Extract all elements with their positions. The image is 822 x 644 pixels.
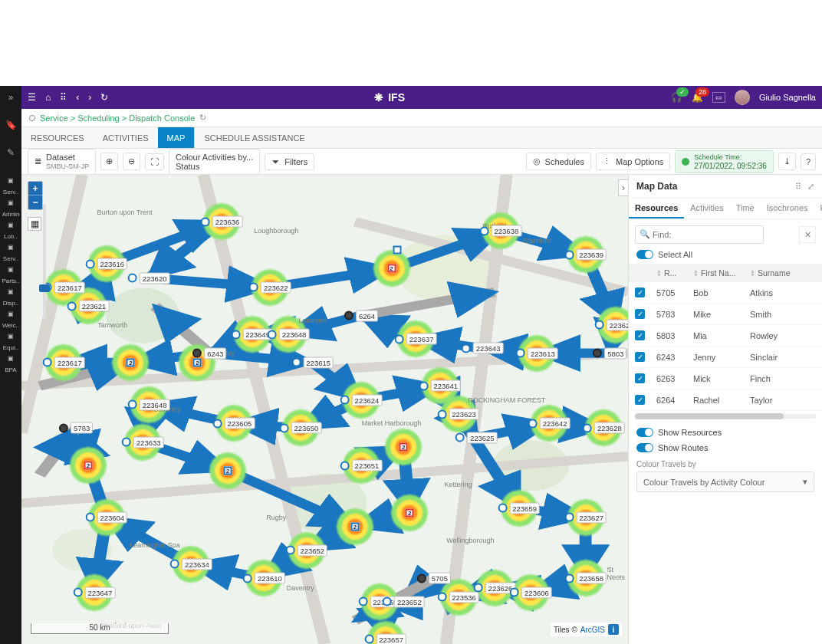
- rail-item-disp[interactable]: ▣Disp..: [2, 284, 19, 307]
- zoom-slider[interactable]: [43, 204, 46, 319]
- refresh-icon[interactable]: ↻: [100, 92, 108, 103]
- rail-item-welc[interactable]: ▣Welc..: [2, 307, 19, 329]
- notifications-icon[interactable]: 🔔28: [692, 92, 703, 103]
- activity-marker[interactable]: 223627: [564, 511, 607, 523]
- activity-marker[interactable]: 223659: [498, 502, 540, 514]
- resource-marker[interactable]: 5783: [59, 422, 93, 434]
- menu-icon[interactable]: ☰: [28, 92, 36, 103]
- panel-layout-icon[interactable]: ⠿: [795, 182, 801, 192]
- activity-marker[interactable]: 223615: [291, 356, 334, 368]
- table-row[interactable]: ✓ 5803 Mia Rowley: [629, 325, 822, 347]
- tab-map[interactable]: MAP: [158, 127, 195, 148]
- tab-activities[interactable]: ACTIVITIES: [94, 127, 158, 148]
- activity-marker[interactable]: 223636: [201, 216, 243, 228]
- activity-marker[interactable]: 223657: [364, 633, 406, 644]
- activity-marker[interactable]: 223638: [480, 225, 522, 237]
- rail-item-parts[interactable]: ▣Parts..: [2, 262, 19, 284]
- resource-marker[interactable]: 6264: [344, 310, 378, 321]
- activity-marker[interactable]: 223650: [280, 422, 322, 434]
- activity-marker[interactable]: 223629: [595, 319, 629, 330]
- tab-resources[interactable]: RESOURCES: [21, 127, 94, 148]
- avatar[interactable]: [735, 90, 750, 105]
- colour-activities-selector[interactable]: Colour Activities by... Status: [169, 149, 260, 175]
- activity-marker[interactable]: [393, 245, 402, 254]
- row-check-icon[interactable]: ✓: [635, 352, 645, 362]
- activity-marker[interactable]: 223624: [340, 394, 383, 406]
- activity-marker[interactable]: 223628: [583, 422, 625, 434]
- zoom-in-icon[interactable]: +: [28, 182, 42, 196]
- activity-marker[interactable]: 223652: [285, 544, 327, 556]
- filters-button[interactable]: ⏷ Filters: [265, 153, 314, 170]
- table-row[interactable]: ✓ 5705 Bob Atkins: [629, 282, 822, 304]
- subtab-isochrones[interactable]: Isochrones: [761, 199, 814, 219]
- activity-marker[interactable]: 223610: [243, 573, 285, 584]
- map-canvas[interactable]: 2236162236362236382236392236172236212236…: [21, 175, 629, 644]
- activity-marker[interactable]: 223622: [249, 281, 291, 293]
- dataset-selector[interactable]: ≣ Dataset SMBU-SM-JP: [28, 149, 96, 175]
- activity-marker[interactable]: 2: [351, 523, 360, 531]
- activity-marker[interactable]: 223613: [516, 347, 558, 359]
- tab-schedule-assistance[interactable]: SCHEDULE ASSISTANCE: [194, 127, 314, 148]
- col-first-name[interactable]: First Na...: [701, 268, 736, 278]
- subtab-heatmap[interactable]: Heatmap: [814, 199, 822, 219]
- activity-marker[interactable]: 223641: [419, 380, 461, 392]
- activity-marker[interactable]: 223606: [510, 586, 552, 598]
- activity-marker[interactable]: 223634: [170, 558, 212, 570]
- activity-marker[interactable]: 2: [84, 462, 93, 470]
- row-check-icon[interactable]: ✓: [635, 330, 645, 340]
- activity-marker[interactable]: 223652: [383, 596, 425, 607]
- breadcrumb-root-icon[interactable]: [29, 115, 35, 121]
- export-icon[interactable]: ⤓: [778, 153, 796, 170]
- activity-marker[interactable]: 223643: [462, 343, 504, 354]
- panel-expand-icon[interactable]: ⤢: [807, 182, 814, 192]
- find-input[interactable]: [635, 225, 764, 244]
- presentation-icon[interactable]: ▭: [712, 92, 725, 103]
- activity-marker[interactable]: 223647: [74, 586, 116, 598]
- zoom-out-tool-icon[interactable]: ⊖: [123, 153, 140, 170]
- activity-marker[interactable]: 223639: [564, 249, 607, 261]
- grid-horizontal-scroll[interactable]: [635, 414, 816, 419]
- col-resource-id[interactable]: R...: [664, 268, 676, 278]
- rail-item-equi[interactable]: ▣Equi..: [2, 329, 19, 351]
- forward-icon[interactable]: ›: [88, 92, 91, 103]
- activity-marker[interactable]: 2: [387, 264, 396, 273]
- rail-item-lob[interactable]: ▣Lob..: [2, 218, 19, 240]
- show-routes-toggle[interactable]: [636, 443, 653, 452]
- panel-collapse-icon[interactable]: ›: [618, 179, 629, 196]
- activity-marker[interactable]: 223623: [437, 409, 479, 420]
- subtab-resources[interactable]: Resources: [629, 199, 684, 219]
- crumb-0[interactable]: Service: [40, 113, 68, 123]
- table-row[interactable]: ✓ 5783 Mike Smith: [629, 304, 822, 325]
- crumb-1[interactable]: > Scheduling: [68, 113, 120, 123]
- info-icon[interactable]: i: [608, 624, 619, 635]
- activity-marker[interactable]: 223637: [395, 334, 437, 345]
- resource-marker[interactable]: 5803: [593, 347, 626, 359]
- activity-marker[interactable]: 2: [399, 442, 408, 451]
- activity-marker[interactable]: 223648: [268, 329, 310, 340]
- activity-marker[interactable]: 2: [223, 466, 232, 475]
- zoom-out-icon[interactable]: −: [28, 196, 42, 209]
- schedules-button[interactable]: ◎ Schedules: [526, 153, 591, 170]
- zoom-in-tool-icon[interactable]: ⊕: [100, 153, 118, 170]
- resource-marker[interactable]: 5705: [417, 573, 451, 584]
- crumb-2[interactable]: > Dispatch Console: [120, 113, 196, 123]
- clear-search-icon[interactable]: ✕: [799, 226, 816, 243]
- activity-marker[interactable]: 223648: [128, 399, 170, 410]
- support-icon[interactable]: 🎧✓: [671, 92, 682, 103]
- table-row[interactable]: ✓ 6263 Mick Finch: [629, 368, 822, 389]
- rail-expand-icon[interactable]: »: [4, 90, 18, 104]
- activity-marker[interactable]: 223605: [212, 418, 255, 429]
- activity-marker[interactable]: 223620: [128, 272, 170, 284]
- activity-marker[interactable]: 223642: [528, 418, 570, 429]
- table-row[interactable]: ✓ 6264 Rachel Taylor: [629, 389, 822, 411]
- colour-travels-dropdown[interactable]: Colour Travels by Activity Colour ▾: [636, 472, 814, 492]
- row-check-icon[interactable]: ✓: [635, 395, 645, 405]
- home-icon[interactable]: ⌂: [45, 92, 51, 103]
- row-check-icon[interactable]: ✓: [635, 309, 645, 319]
- rail-item-bpa[interactable]: ▣BPA: [2, 351, 19, 373]
- help-icon[interactable]: ?: [801, 153, 816, 170]
- rail-item-serv[interactable]: ▣Serv..: [2, 240, 19, 262]
- show-resources-toggle[interactable]: [636, 428, 653, 437]
- apps-icon[interactable]: ⠿: [60, 92, 67, 103]
- activity-marker[interactable]: 223651: [340, 460, 383, 472]
